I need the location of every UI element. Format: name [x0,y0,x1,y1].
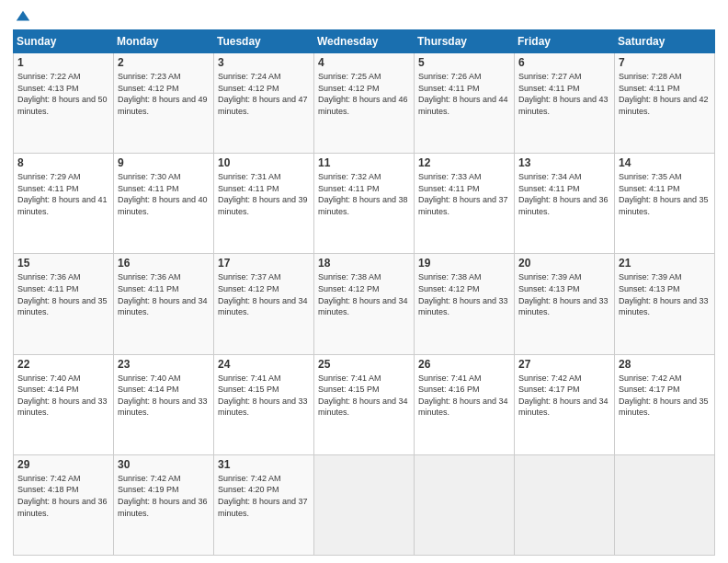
header [13,9,715,22]
day-info: Sunrise: 7:40 AMSunset: 4:14 PMDaylight:… [17,373,108,418]
day-number: 12 [418,156,510,169]
day-number: 9 [118,156,210,169]
calendar-week-row: 29Sunrise: 7:42 AMSunset: 4:18 PMDayligh… [14,454,715,555]
day-info: Sunrise: 7:27 AMSunset: 4:11 PMDaylight:… [518,72,609,116]
day-number: 10 [218,156,310,169]
day-info: Sunrise: 7:23 AMSunset: 4:12 PMDaylight:… [118,72,208,116]
day-number: 24 [218,358,310,371]
calendar-day-cell: 28Sunrise: 7:42 AMSunset: 4:17 PMDayligh… [615,354,715,454]
calendar-week-row: 15Sunrise: 7:36 AMSunset: 4:11 PMDayligh… [14,254,715,354]
calendar-day-cell: 9Sunrise: 7:30 AMSunset: 4:11 PMDaylight… [114,154,214,254]
day-info: Sunrise: 7:39 AMSunset: 4:13 PMDaylight:… [518,272,609,316]
calendar-day-cell: 17Sunrise: 7:37 AMSunset: 4:12 PMDayligh… [214,254,314,354]
calendar-day-header: Sunday [14,30,114,53]
calendar-day-header: Wednesday [314,30,415,53]
calendar-day-cell: 8Sunrise: 7:29 AMSunset: 4:11 PMDaylight… [14,154,114,254]
day-number: 20 [518,257,610,270]
calendar-day-cell: 2Sunrise: 7:23 AMSunset: 4:12 PMDaylight… [114,53,214,154]
day-number: 3 [218,56,310,69]
calendar-day-cell: 31Sunrise: 7:42 AMSunset: 4:20 PMDayligh… [214,454,314,555]
day-number: 26 [418,358,510,371]
calendar-day-cell: 25Sunrise: 7:41 AMSunset: 4:15 PMDayligh… [314,354,415,454]
calendar-day-cell: 6Sunrise: 7:27 AMSunset: 4:11 PMDaylight… [515,53,615,154]
calendar-day-cell: 14Sunrise: 7:35 AMSunset: 4:11 PMDayligh… [615,154,715,254]
calendar-day-cell: 10Sunrise: 7:31 AMSunset: 4:11 PMDayligh… [214,154,314,254]
day-info: Sunrise: 7:42 AMSunset: 4:17 PMDaylight:… [518,373,609,418]
day-number: 14 [619,156,711,169]
day-number: 28 [619,358,711,371]
day-info: Sunrise: 7:32 AMSunset: 4:11 PMDaylight:… [318,172,408,216]
day-info: Sunrise: 7:42 AMSunset: 4:17 PMDaylight:… [619,373,709,418]
day-info: Sunrise: 7:28 AMSunset: 4:11 PMDaylight:… [619,72,709,116]
calendar-day-cell [314,454,415,555]
calendar-day-header: Saturday [615,30,715,53]
day-info: Sunrise: 7:30 AMSunset: 4:11 PMDaylight:… [118,172,208,216]
calendar-day-cell: 1Sunrise: 7:22 AMSunset: 4:13 PMDaylight… [14,53,114,154]
day-number: 5 [418,56,510,69]
day-info: Sunrise: 7:33 AMSunset: 4:11 PMDaylight:… [418,172,508,216]
day-info: Sunrise: 7:26 AMSunset: 4:11 PMDaylight:… [418,72,508,116]
calendar-table: SundayMondayTuesdayWednesdayThursdayFrid… [13,29,715,556]
day-number: 4 [318,56,410,69]
calendar-day-cell: 22Sunrise: 7:40 AMSunset: 4:14 PMDayligh… [14,354,114,454]
day-info: Sunrise: 7:22 AMSunset: 4:13 PMDaylight:… [17,72,108,116]
day-number: 30 [118,458,210,471]
day-info: Sunrise: 7:36 AMSunset: 4:11 PMDaylight:… [118,272,208,316]
day-info: Sunrise: 7:35 AMSunset: 4:11 PMDaylight:… [619,172,709,216]
day-number: 31 [218,458,310,471]
day-number: 15 [17,257,109,270]
day-info: Sunrise: 7:25 AMSunset: 4:12 PMDaylight:… [318,72,408,116]
day-info: Sunrise: 7:42 AMSunset: 4:20 PMDaylight:… [218,474,308,518]
calendar-day-cell: 18Sunrise: 7:38 AMSunset: 4:12 PMDayligh… [314,254,415,354]
day-number: 21 [619,257,711,270]
calendar-day-cell: 21Sunrise: 7:39 AMSunset: 4:13 PMDayligh… [615,254,715,354]
day-info: Sunrise: 7:41 AMSunset: 4:15 PMDaylight:… [218,373,308,418]
day-info: Sunrise: 7:39 AMSunset: 4:13 PMDaylight:… [619,272,709,316]
calendar-week-row: 22Sunrise: 7:40 AMSunset: 4:14 PMDayligh… [14,354,715,454]
calendar-day-cell: 7Sunrise: 7:28 AMSunset: 4:11 PMDaylight… [615,53,715,154]
calendar-day-cell: 24Sunrise: 7:41 AMSunset: 4:15 PMDayligh… [214,354,314,454]
day-number: 29 [17,458,109,471]
day-number: 22 [17,358,109,371]
day-info: Sunrise: 7:42 AMSunset: 4:19 PMDaylight:… [118,474,208,518]
day-info: Sunrise: 7:36 AMSunset: 4:11 PMDaylight:… [17,272,108,316]
svg-marker-0 [17,11,29,21]
day-info: Sunrise: 7:29 AMSunset: 4:11 PMDaylight:… [17,172,108,216]
calendar-day-cell [515,454,615,555]
day-number: 16 [118,257,210,270]
calendar-day-header: Thursday [415,30,515,53]
logo [13,9,31,22]
day-number: 17 [218,257,310,270]
day-info: Sunrise: 7:31 AMSunset: 4:11 PMDaylight:… [218,172,308,216]
day-info: Sunrise: 7:38 AMSunset: 4:12 PMDaylight:… [418,272,508,316]
calendar-day-cell: 11Sunrise: 7:32 AMSunset: 4:11 PMDayligh… [314,154,415,254]
calendar-day-cell [415,454,515,555]
page-container: SundayMondayTuesdayWednesdayThursdayFrid… [0,0,728,563]
calendar-day-cell: 12Sunrise: 7:33 AMSunset: 4:11 PMDayligh… [415,154,515,254]
calendar-day-cell: 20Sunrise: 7:39 AMSunset: 4:13 PMDayligh… [515,254,615,354]
calendar-day-cell: 19Sunrise: 7:38 AMSunset: 4:12 PMDayligh… [415,254,515,354]
day-number: 1 [17,56,109,69]
calendar-day-cell: 26Sunrise: 7:41 AMSunset: 4:16 PMDayligh… [415,354,515,454]
calendar-day-cell [615,454,715,555]
calendar-day-cell: 23Sunrise: 7:40 AMSunset: 4:14 PMDayligh… [114,354,214,454]
logo-icon [15,9,31,26]
calendar-week-row: 1Sunrise: 7:22 AMSunset: 4:13 PMDaylight… [14,53,715,154]
calendar-day-cell: 29Sunrise: 7:42 AMSunset: 4:18 PMDayligh… [14,454,114,555]
calendar-day-cell: 5Sunrise: 7:26 AMSunset: 4:11 PMDaylight… [415,53,515,154]
day-number: 8 [17,156,109,169]
day-number: 18 [318,257,410,270]
day-info: Sunrise: 7:34 AMSunset: 4:11 PMDaylight:… [518,172,609,216]
day-number: 2 [118,56,210,69]
calendar-day-cell: 15Sunrise: 7:36 AMSunset: 4:11 PMDayligh… [14,254,114,354]
day-number: 25 [318,358,410,371]
day-number: 23 [118,358,210,371]
day-number: 7 [619,56,711,69]
day-info: Sunrise: 7:40 AMSunset: 4:14 PMDaylight:… [118,373,208,418]
day-info: Sunrise: 7:42 AMSunset: 4:18 PMDaylight:… [17,474,108,518]
day-number: 13 [518,156,610,169]
day-number: 27 [518,358,610,371]
calendar-day-header: Monday [114,30,214,53]
calendar-week-row: 8Sunrise: 7:29 AMSunset: 4:11 PMDaylight… [14,154,715,254]
day-info: Sunrise: 7:37 AMSunset: 4:12 PMDaylight:… [218,272,308,316]
